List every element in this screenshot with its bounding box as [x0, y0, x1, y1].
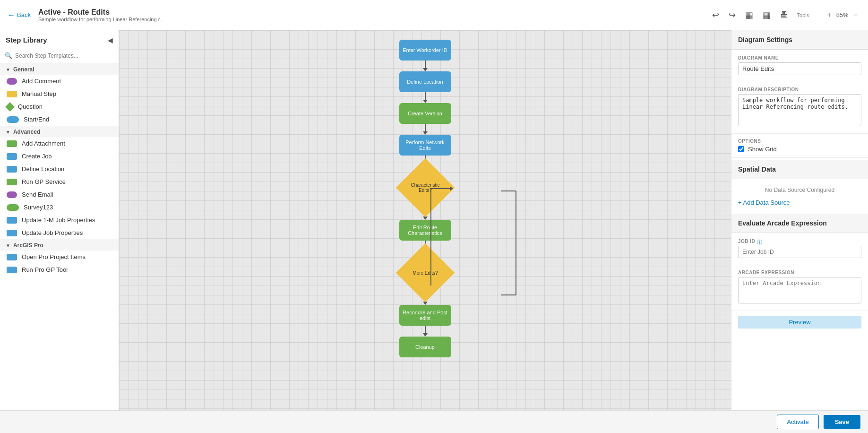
collapse-library-button[interactable]: ◀	[108, 36, 113, 44]
align-button[interactable]: ▦	[742, 8, 756, 22]
show-grid-label[interactable]: Show Grid	[748, 146, 777, 153]
list-item[interactable]: Open Pro Project Items	[0, 251, 119, 263]
item-label: Add Comment	[22, 78, 61, 85]
step-icon-update-1m	[7, 217, 17, 224]
connector	[425, 326, 426, 333]
add-datasource-label: + Add Data Source	[738, 199, 790, 206]
connector	[425, 92, 426, 100]
category-arcgis-pro-label: ArcGIS Pro	[13, 242, 43, 249]
zoom-out-button[interactable]: −	[851, 10, 860, 20]
node-cleanup[interactable]: Cleanup	[399, 337, 451, 357]
node-label: Edit Route Characteristics	[399, 225, 451, 236]
node-perform-network-edits[interactable]: Perform Network Edits	[399, 135, 451, 156]
back-label: Back	[17, 11, 31, 18]
diagram-name-input[interactable]	[738, 62, 861, 75]
step-icon-survey123	[7, 204, 19, 211]
category-arcgis-pro[interactable]: ▼ ArcGIS Pro	[0, 239, 119, 251]
step-library-title: Step Library	[6, 36, 47, 44]
node-label: Enter Workorder ID	[403, 47, 447, 53]
node-create-version[interactable]: Create Version	[399, 103, 451, 124]
save-button[interactable]: Save	[824, 415, 860, 429]
diagram-description-input[interactable]: Sample workflow for performing Linear Re…	[738, 94, 861, 126]
job-id-group: JOB ID ⓘ	[731, 233, 868, 264]
list-item[interactable]: Manual Step	[0, 87, 119, 100]
item-label: Run GP Service	[22, 178, 66, 185]
step-icon-define-location	[7, 166, 17, 173]
preview-button[interactable]: Preview	[738, 316, 861, 329]
print-button[interactable]: 🖶	[777, 8, 791, 22]
category-advanced[interactable]: ▼ Advanced	[0, 126, 119, 137]
canvas-area[interactable]: Enter Workorder ID Define Location Creat…	[119, 30, 731, 410]
list-item[interactable]: Run Pro GP Tool	[0, 263, 119, 276]
diagram-container: Enter Workorder ID Define Location Creat…	[387, 40, 463, 357]
chevron-down-icon: ▼	[6, 130, 10, 135]
back-button[interactable]: ← Back	[8, 11, 31, 19]
node-label: Characteristic Edits?	[408, 182, 442, 193]
node-enter-workorder[interactable]: Enter Workorder ID	[399, 40, 451, 61]
step-icon-add-attachment	[7, 140, 17, 147]
list-item[interactable]: Run GP Service	[0, 175, 119, 188]
preview-label: Preview	[789, 319, 810, 326]
step-icon-create-job	[7, 153, 17, 160]
item-label: Open Pro Project Items	[22, 253, 86, 260]
item-label: Define Location	[22, 165, 64, 173]
library-list: ▼ General Add Comment Manual Step Questi…	[0, 63, 119, 410]
node-more-edits[interactable]: More Edits?	[395, 243, 454, 302]
node-label: Reconcile and Post edits	[399, 310, 451, 321]
zoom-level: 85%	[836, 11, 849, 18]
diagram-name-label: DIAGRAM NAME	[738, 55, 861, 61]
activate-button[interactable]: Activate	[777, 415, 818, 429]
diamond-wrap-characteristic: Characteristic Edits?	[387, 166, 463, 209]
connector	[425, 124, 426, 131]
item-label: Start/End	[24, 116, 49, 123]
node-reconcile-post[interactable]: Reconcile and Post edits	[399, 305, 451, 326]
node-define-location[interactable]: Define Location	[399, 71, 451, 92]
category-general[interactable]: ▼ General	[0, 63, 119, 75]
redo-button[interactable]: ↪	[726, 8, 739, 22]
add-datasource-button[interactable]: + Add Data Source	[731, 197, 868, 212]
item-label: Survey123	[24, 204, 53, 211]
search-icon: 🔍	[5, 52, 12, 59]
diagram-description-label: DIAGRAM DESCRIPTION	[738, 87, 861, 92]
title-block: Active - Route Edits Sample workflow for…	[38, 8, 164, 22]
arrow-down-icon	[423, 100, 428, 103]
item-label: Update Job Properties	[22, 229, 83, 236]
chevron-down-icon: ▼	[6, 243, 10, 248]
node-characteristic-edits[interactable]: Characteristic Edits?	[395, 158, 454, 217]
save-label: Save	[835, 418, 849, 425]
list-item[interactable]: Update Job Properties	[0, 226, 119, 239]
list-item[interactable]: Define Location	[0, 163, 119, 175]
show-grid-checkbox[interactable]	[738, 146, 744, 152]
toolbar: ↩ ↪ ▦ ▦ 🖶 Tools + 85% −	[709, 8, 860, 22]
arcade-expression-label: ARCADE EXPRESSION	[738, 270, 861, 275]
subtitle: Sample workflow for performing Linear Re…	[38, 17, 164, 22]
arcade-expression-input[interactable]	[738, 277, 861, 303]
list-item[interactable]: Start/End	[0, 113, 119, 126]
arrow-down-icon	[423, 131, 428, 135]
job-id-input[interactable]	[738, 246, 861, 258]
list-item[interactable]: Update 1-M Job Properties	[0, 214, 119, 226]
list-item[interactable]: Add Attachment	[0, 137, 119, 150]
step-icon-run-pro-gp	[7, 267, 17, 273]
category-advanced-label: Advanced	[13, 129, 40, 135]
step-library: Step Library ◀ 🔍 ▼ General Add Comment M…	[0, 30, 119, 410]
list-item[interactable]: Create Job	[0, 150, 119, 163]
undo-button[interactable]: ↩	[709, 8, 722, 22]
info-icon: ⓘ	[757, 239, 762, 246]
node-edit-route-characteristics[interactable]: Edit Route Characteristics	[399, 220, 451, 241]
step-icon-open-pro	[7, 254, 17, 260]
distribute-button[interactable]: ▦	[760, 8, 773, 22]
list-item[interactable]: Survey123	[0, 201, 119, 214]
list-item[interactable]: Add Comment	[0, 75, 119, 87]
list-item[interactable]: Send Email	[0, 188, 119, 201]
step-icon-question	[5, 102, 15, 112]
canvas-grid: Enter Workorder ID Define Location Creat…	[119, 30, 731, 410]
search-input[interactable]	[15, 52, 114, 59]
list-item[interactable]: Question	[0, 100, 119, 113]
item-label: Manual Step	[22, 90, 56, 97]
node-label: Cleanup	[415, 344, 435, 350]
back-arrow-icon: ←	[8, 11, 15, 19]
step-icon-send-email	[7, 191, 17, 198]
zoom-in-button[interactable]: +	[824, 10, 834, 20]
spatial-data-title: Spatial Data	[738, 165, 776, 173]
